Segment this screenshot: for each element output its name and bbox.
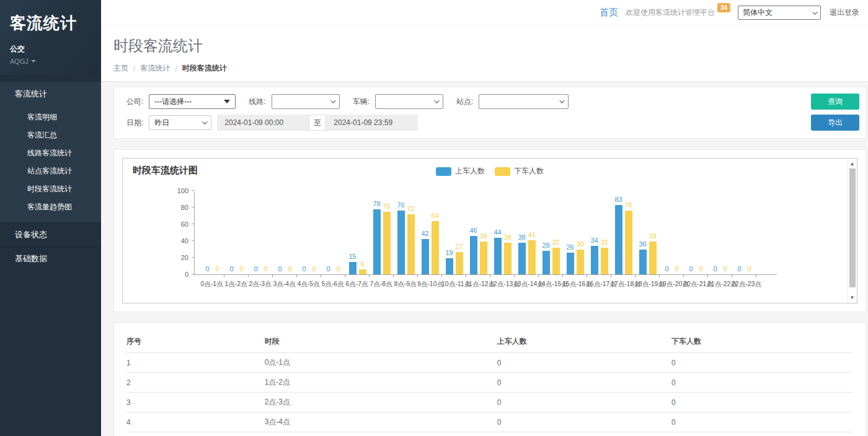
bar-下车人数: 75 <box>383 212 391 274</box>
table-row: 43点-4点00 <box>126 412 853 432</box>
bar-group-13点-14点: 3841 <box>515 191 539 274</box>
language-select[interactable]: 简体中文 <box>738 6 821 20</box>
table-cell: 0 <box>497 353 671 373</box>
bar-value-label: 0 <box>312 265 316 272</box>
table-cell: 0 <box>671 393 853 412</box>
y-axis-tick-mark <box>192 224 195 224</box>
sidebar-subitem-时段客流统计[interactable]: 时段客流统计 <box>0 180 101 198</box>
bar-value-label: 0 <box>278 265 281 272</box>
chevron-down-icon <box>434 98 439 103</box>
chart-panel: 时段车流统计图 上车人数下车人数 00000000000015678757672… <box>113 149 866 312</box>
export-button[interactable]: 导出 <box>811 115 859 131</box>
bar-value-label: 44 <box>494 229 501 236</box>
x-axis-label: 8点-9点 <box>393 280 417 289</box>
sidebar-subitem-客流汇总[interactable]: 客流汇总 <box>0 126 101 144</box>
bar-下车人数: 72 <box>407 214 415 274</box>
x-axis-label: 14点-15点 <box>538 280 562 289</box>
sidebar-item-基础数据[interactable]: 基础数据 <box>0 246 101 271</box>
sidebar-item-客流统计[interactable]: 客流统计 <box>0 82 101 107</box>
notification-badge[interactable]: 34 <box>717 3 730 12</box>
breadcrumb-section[interactable]: 客流统计 <box>140 63 170 74</box>
chevron-down-icon <box>203 119 208 124</box>
date-to-input[interactable]: 2024-01-09 23:59 <box>326 115 418 131</box>
user-dropdown[interactable]: AQGJ <box>10 58 101 65</box>
bar-value-label: 34 <box>590 237 598 244</box>
bar-value-label: 0 <box>737 265 741 272</box>
vehicle-select[interactable] <box>375 94 443 109</box>
scroll-up-arrow[interactable]: ▲ <box>848 159 857 168</box>
chart-x-axis: 0点-1点1点-2点2点-3点3点-4点4点-5点5点-6点6点-7点7点-8点… <box>194 276 777 289</box>
sidebar-nav: 客流统计客流明细客流汇总线路客流统计站点客流统计时段客流统计客流量趋势图设备状态… <box>0 81 101 271</box>
vehicle-label: 车辆: <box>353 97 370 107</box>
breadcrumb-separator: / <box>175 64 177 73</box>
y-axis-tick-label: 80 <box>169 204 188 211</box>
bar-group-19点-20点: 00 <box>660 191 684 274</box>
bar-value-label: 26 <box>566 243 574 251</box>
bar-value-label: 46 <box>469 227 477 234</box>
bar-value-label: 0 <box>747 265 751 272</box>
x-axis-label: 20点-21点 <box>683 280 707 289</box>
y-axis-tick-mark <box>192 207 195 207</box>
bar-value-label: 27 <box>455 243 463 250</box>
bar-group-8点-9点: 7672 <box>394 191 418 274</box>
date-preset-select[interactable]: 昨日 <box>149 115 211 130</box>
bar-value-label: 0 <box>326 265 330 272</box>
company-select[interactable]: ---请选择--- <box>149 94 236 109</box>
breadcrumb-home[interactable]: 主页 <box>113 63 128 74</box>
bar-value-label: 0 <box>254 265 257 272</box>
sidebar-subitem-客流量趋势图[interactable]: 客流量趋势图 <box>0 198 101 216</box>
bar-group-9点-10点: 4264 <box>418 191 442 274</box>
brand-block: 客流统计 公交 AQGJ <box>0 0 101 75</box>
bar-value-label: 28 <box>542 242 549 249</box>
language-value: 简体中文 <box>743 7 773 18</box>
bar-上车人数: 38 <box>518 243 526 274</box>
table-cell: 0 <box>497 432 671 436</box>
line-select[interactable] <box>272 94 340 109</box>
breadcrumb-separator: / <box>133 64 135 73</box>
scroll-down-arrow[interactable]: ▼ <box>848 293 857 302</box>
legend-item-上车人数[interactable]: 上车人数 <box>436 166 485 177</box>
dropdown-arrow-icon <box>224 100 230 103</box>
x-axis-label: 11点-12点 <box>466 280 490 289</box>
legend-label: 上车人数 <box>455 166 485 177</box>
bar-上车人数: 30 <box>639 250 647 275</box>
query-button[interactable]: 查询 <box>811 94 859 110</box>
bar-group-3点-4点: 00 <box>273 191 297 274</box>
table-panel: 序号 时段 上车人数 下车人数 10点-1点0021点-2点0032点-3点00… <box>113 323 866 436</box>
bar-group-6点-7点: 156 <box>345 191 370 274</box>
bar-下车人数: 32 <box>552 248 560 274</box>
table-cell: 0 <box>671 412 853 432</box>
main-area: 首页 欢迎使用客流统计管理平台 34 简体中文 退出登录 时段客流统计 主页 /… <box>101 0 868 436</box>
x-axis-label: 22点-23点 <box>732 280 756 289</box>
filter-row-2: 日期: 昨日 2024-01-09 00:00 至 2024-01-09 23:… <box>126 115 804 131</box>
bar-value-label: 0 <box>336 265 340 272</box>
bar-value-label: 78 <box>373 200 380 207</box>
x-axis-label: 2点-3点 <box>248 280 272 289</box>
sidebar-subitem-客流明细[interactable]: 客流明细 <box>0 108 101 126</box>
table-row: 10点-1点00 <box>126 353 853 373</box>
topbar: 首页 欢迎使用客流统计管理平台 34 简体中文 退出登录 <box>101 0 868 26</box>
bar-value-label: 0 <box>215 265 219 272</box>
legend-item-下车人数[interactable]: 下车人数 <box>495 166 544 177</box>
logout-link[interactable]: 退出登录 <box>830 7 859 18</box>
table-header-row: 序号 时段 上车人数 下车人数 <box>126 331 853 353</box>
station-select[interactable] <box>479 94 569 109</box>
sidebar-subitem-站点客流统计[interactable]: 站点客流统计 <box>0 162 101 180</box>
table-cell: 3 <box>126 393 265 412</box>
bar-value-label: 32 <box>552 238 559 246</box>
breadcrumb-current: 时段客流统计 <box>182 63 227 74</box>
y-axis-tick-mark <box>192 240 195 241</box>
sidebar-item-设备状态[interactable]: 设备状态 <box>0 222 101 246</box>
bar-value-label: 30 <box>576 240 583 248</box>
breadcrumb: 主页 / 客流统计 / 时段客流统计 <box>113 63 856 74</box>
scrollbar-thumb[interactable] <box>849 168 856 287</box>
bar-下车人数: 27 <box>456 252 463 274</box>
bar-上车人数: 83 <box>615 205 622 274</box>
sidebar-subitem-线路客流统计[interactable]: 线路客流统计 <box>0 144 101 162</box>
bar-value-label: 39 <box>649 232 656 240</box>
x-axis-label: 6点-7点 <box>345 280 369 289</box>
caret-down-icon <box>31 60 36 63</box>
date-from-input[interactable]: 2024-01-09 00:00 <box>217 115 309 131</box>
home-link[interactable]: 首页 <box>600 7 618 19</box>
y-axis-tick-label: 40 <box>169 237 188 245</box>
